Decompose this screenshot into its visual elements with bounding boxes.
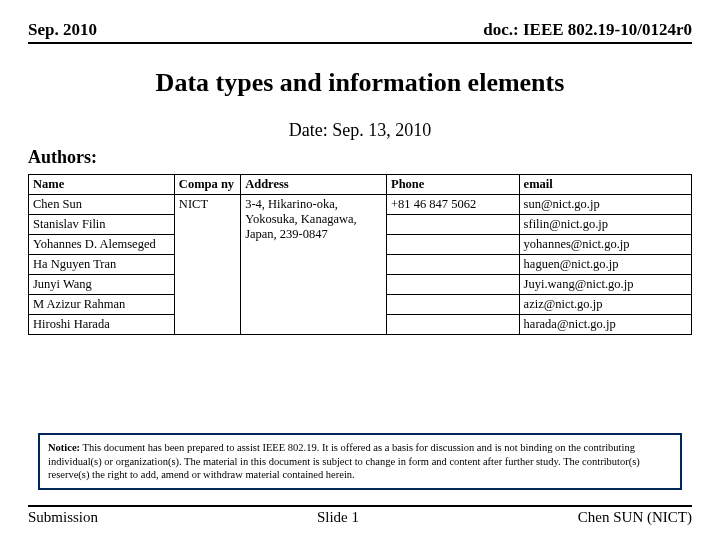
cell-address: 3-4, Hikarino-oka, Yokosuka, Kanagawa, J… (241, 195, 387, 335)
table-row: Chen Sun NICT 3-4, Hikarino-oka, Yokosuk… (29, 195, 692, 215)
cell-phone (387, 275, 520, 295)
cell-email: harada@nict.go.jp (519, 315, 691, 335)
col-email: email (519, 175, 691, 195)
table-header-row: Name Compa ny Address Phone email (29, 175, 692, 195)
footer-left: Submission (28, 509, 98, 526)
notice-box: Notice: This document has been prepared … (38, 433, 682, 490)
cell-phone (387, 215, 520, 235)
cell-email: Juyi.wang@nict.go.jp (519, 275, 691, 295)
cell-email: aziz@nict.go.jp (519, 295, 691, 315)
cell-phone (387, 255, 520, 275)
cell-phone (387, 295, 520, 315)
notice-lead: Notice: (48, 442, 80, 453)
header-right: doc.: IEEE 802.19-10/0124r0 (483, 20, 692, 40)
page-title: Data types and information elements (28, 68, 692, 98)
cell-name: Hiroshi Harada (29, 315, 175, 335)
cell-email: sun@nict.go.jp (519, 195, 691, 215)
date-line: Date: Sep. 13, 2010 (28, 120, 692, 141)
cell-email: sfilin@nict.go.jp (519, 215, 691, 235)
cell-phone: +81 46 847 5062 (387, 195, 520, 215)
cell-name: Junyi Wang (29, 275, 175, 295)
col-company: Compa ny (174, 175, 240, 195)
col-phone: Phone (387, 175, 520, 195)
footer: Submission Slide 1 Chen SUN (NICT) (28, 505, 692, 526)
cell-phone (387, 315, 520, 335)
col-address: Address (241, 175, 387, 195)
cell-name: Stanislav Filin (29, 215, 175, 235)
header-left: Sep. 2010 (28, 20, 97, 40)
cell-email: haguen@nict.go.jp (519, 255, 691, 275)
cell-name: Chen Sun (29, 195, 175, 215)
cell-phone (387, 235, 520, 255)
footer-right: Chen SUN (NICT) (578, 509, 692, 526)
notice-body: This document has been prepared to assis… (48, 442, 640, 480)
authors-table: Name Compa ny Address Phone email Chen S… (28, 174, 692, 335)
cell-name: Ha Nguyen Tran (29, 255, 175, 275)
cell-name: Yohannes D. Alemseged (29, 235, 175, 255)
slide: Sep. 2010 doc.: IEEE 802.19-10/0124r0 Da… (0, 0, 720, 540)
authors-label: Authors: (28, 147, 692, 168)
header: Sep. 2010 doc.: IEEE 802.19-10/0124r0 (28, 20, 692, 44)
cell-company: NICT (174, 195, 240, 335)
footer-center: Slide 1 (317, 509, 359, 526)
col-name: Name (29, 175, 175, 195)
cell-email: yohannes@nict.go.jp (519, 235, 691, 255)
cell-name: M Azizur Rahman (29, 295, 175, 315)
